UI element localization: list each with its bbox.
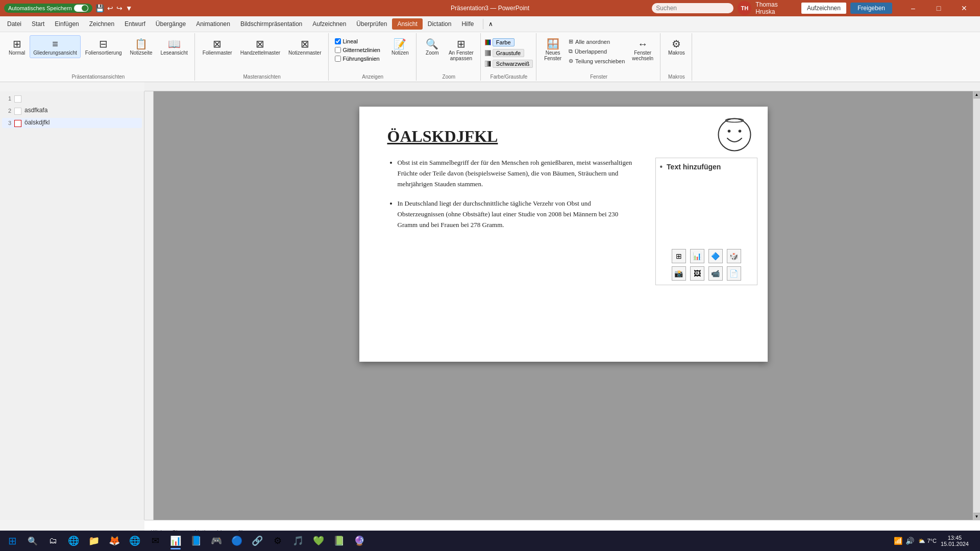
aufzeichnen-button[interactable]: Aufzeichnen (801, 3, 846, 14)
3d-insert-icon[interactable]: 🎲 (727, 249, 741, 263)
gitternetz-check[interactable]: Gitternetzlinien (333, 46, 382, 54)
chart-insert-icon[interactable]: 📊 (690, 249, 704, 263)
slide-title-2: asdfkafa (24, 107, 47, 114)
table-insert-icon[interactable]: ⊞ (672, 249, 686, 263)
menu-datei[interactable]: Datei (2, 18, 27, 30)
scroll-up[interactable]: ▲ (973, 91, 980, 98)
menu-hilfe[interactable]: Hilfe (456, 18, 479, 30)
undo-icon[interactable]: ↩ (107, 4, 113, 12)
user-avatar[interactable]: TH (738, 1, 751, 15)
notizseite-btn[interactable]: 📋 Notizseite (127, 35, 156, 58)
outlook-btn[interactable]: ✉ (146, 532, 164, 550)
save-icon[interactable]: 💾 (95, 4, 104, 12)
menu-dictation[interactable]: Dictation (423, 18, 457, 30)
search-input[interactable] (652, 3, 733, 13)
picture-icon[interactable]: 🖼 (690, 266, 704, 281)
freigeben-button[interactable]: Freigeben (850, 3, 892, 14)
lineal-checkbox[interactable] (335, 38, 341, 44)
foliensortierung-btn[interactable]: ⊟ Foliensortierung (82, 35, 126, 58)
close-button[interactable]: ✕ (952, 0, 976, 16)
app1-btn[interactable]: 🎮 (207, 532, 226, 550)
autosave-toggle[interactable]: Automatisches Speichern (4, 4, 92, 13)
volume-icon[interactable]: 🔊 (905, 537, 914, 545)
video-icon[interactable]: 📹 (708, 266, 723, 281)
gliederung-btn[interactable]: ≡ Gliederungsansicht (30, 35, 81, 58)
slide-thumb-3[interactable]: 3 öalskdjfkl (2, 118, 142, 128)
teilung-btn[interactable]: ⊜ Teilung verschieben (566, 57, 627, 65)
scrollbar-right[interactable]: ▲ ▼ (973, 91, 980, 520)
taskview-btn[interactable]: 🗂 (44, 532, 62, 550)
slide-panel: 1 2 asdfkafa 3 öalskdjfkl (0, 91, 144, 520)
notizseite-icon: 📋 (135, 38, 148, 50)
normal-btn[interactable]: ⊞ Normal (5, 35, 29, 58)
notizen-btn[interactable]: 📝 Notizen (387, 35, 413, 58)
neues-fenster-btn[interactable]: 🪟 NeuesFenster (541, 35, 565, 64)
graustufe-btn[interactable]: Graustufe (493, 49, 524, 57)
slide-content-left[interactable]: Obst ist ein Sammelbegriff der für den M… (387, 158, 638, 240)
right-placeholder-text: Text hinzufügen (667, 163, 721, 171)
menu-uebergaenge[interactable]: Übergänge (151, 18, 191, 30)
ribbon-group-makros: ⚙ Makros Makros (662, 33, 692, 81)
file-icon[interactable]: 📄 (727, 266, 741, 281)
slide-content-right[interactable]: • Text hinzufügen ⊞ 📊 🔷 🎲 📸 🖼 📹 📄 (655, 158, 757, 285)
lineal-check[interactable]: Lineal (333, 37, 382, 45)
schwarzweiss-btn[interactable]: Schwarzweiß (493, 60, 533, 68)
start-btn[interactable]: ⊞ (3, 532, 21, 550)
notizenmaster-btn[interactable]: ⊠ Notizenmaster (285, 35, 325, 58)
app2-btn[interactable]: 🔗 (248, 532, 266, 550)
edge-btn[interactable]: 🌐 (64, 532, 83, 550)
maximize-button[interactable]: □ (927, 0, 950, 16)
weather-info: ⛅ 7°C (918, 538, 936, 544)
excel-btn[interactable]: 📗 (330, 532, 348, 550)
menu-entwurf[interactable]: Entwurf (119, 18, 151, 30)
screenshot-icon[interactable]: 📸 (672, 266, 686, 281)
handzettelmaster-btn[interactable]: ⊠ Handzettelmaster (237, 35, 284, 58)
onenote-btn[interactable]: 📘 (187, 532, 205, 550)
clock[interactable]: 13:45 15.01.2024 (941, 535, 969, 547)
network-icon[interactable]: 📶 (894, 537, 902, 545)
menu-ansicht[interactable]: Ansicht (392, 18, 422, 30)
menu-einfuegen[interactable]: Einfügen (50, 18, 84, 30)
makros-btn[interactable]: ⚙ Makros (665, 35, 689, 58)
clock-date: 15.01.2024 (941, 541, 969, 547)
smartart-insert-icon[interactable]: 🔷 (708, 249, 723, 263)
menu-zeichnen[interactable]: Zeichnen (84, 18, 119, 30)
leseansicht-btn[interactable]: 📖 Leseansicht (157, 35, 191, 58)
scroll-down[interactable]: ▼ (973, 513, 980, 520)
app3-btn[interactable]: ⚙ (268, 532, 287, 550)
anfenster-btn[interactable]: ⊞ An Fensteranpassen (445, 35, 477, 64)
teams-btn[interactable]: 🔵 (228, 532, 246, 550)
gitternetz-checkbox[interactable] (335, 47, 341, 53)
fenster-wechseln-btn[interactable]: ↔ Fensterwechseln (628, 35, 657, 64)
search-btn[interactable]: 🔍 (23, 532, 42, 550)
folienmaster-label: Folienmaster (203, 50, 232, 56)
files-btn[interactable]: 📁 (85, 532, 103, 550)
slide-thumb-1[interactable]: 1 (2, 93, 142, 104)
ueberlappend-btn[interactable]: ⧉ Überlappend (566, 47, 627, 56)
scroll-track[interactable] (973, 98, 980, 513)
collapse-ribbon-btn[interactable]: ∧ (485, 19, 496, 29)
firefox-btn[interactable]: 🦊 (105, 532, 124, 550)
more-icon[interactable]: ▼ (126, 4, 133, 12)
menu-aufzeichnen[interactable]: Aufzeichnen (307, 18, 351, 30)
ppt-btn[interactable]: 📊 (166, 532, 185, 550)
folienmaster-btn[interactable]: ⊠ Folienmaster (199, 35, 236, 58)
menu-start[interactable]: Start (27, 18, 50, 30)
app5-btn[interactable]: 💚 (309, 532, 328, 550)
app6-btn[interactable]: 🔮 (350, 532, 369, 550)
farbe-btn[interactable]: Farbe (493, 38, 514, 46)
fuehrungs-checkbox[interactable] (335, 56, 341, 62)
slide-title-display[interactable]: ÖALSKDJFKL (387, 127, 498, 146)
menu-bildschirm[interactable]: Bildschirmpräsentation (235, 18, 307, 30)
alle-anordnen-btn[interactable]: ⊞ Alle anordnen (566, 37, 627, 46)
zoom-btn[interactable]: 🔍 Zoom (421, 35, 444, 58)
slide-thumb-2[interactable]: 2 asdfkafa (2, 106, 142, 116)
menu-ueberprufen[interactable]: Überprüfen (351, 18, 392, 30)
chrome-btn[interactable]: 🌐 (126, 532, 144, 550)
menu-animationen[interactable]: Animationen (191, 18, 235, 30)
fuehrungs-check[interactable]: Führungslinien (333, 55, 382, 63)
redo-icon[interactable]: ↪ (116, 4, 122, 12)
app4-btn[interactable]: 🎵 (289, 532, 307, 550)
minimize-button[interactable]: – (901, 0, 925, 16)
slide-canvas[interactable]: ÖALSKDJFKL Obst ist ein Sammelbegriff de… (359, 107, 768, 362)
